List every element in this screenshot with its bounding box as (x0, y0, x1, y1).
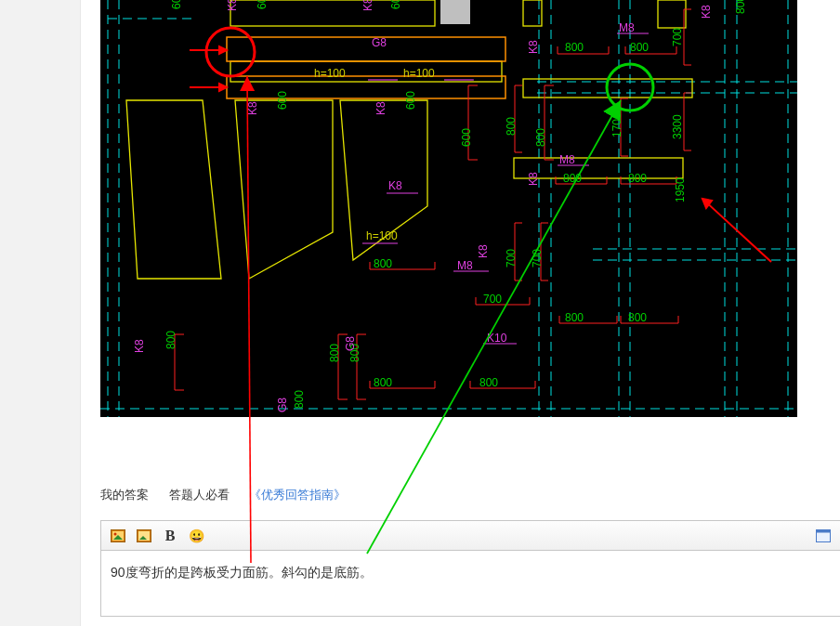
svg-text:600: 600 (276, 91, 289, 110)
answer-guide-link[interactable]: 《优秀回答指南》 (249, 487, 346, 503)
answer-header: 我的答案 答题人必看 《优秀回答指南》 (100, 487, 362, 503)
svg-point-95 (114, 532, 117, 535)
svg-text:800: 800 (328, 344, 341, 362)
svg-text:800: 800 (630, 41, 649, 54)
svg-rect-0 (100, 0, 797, 417)
svg-text:K8: K8 (133, 339, 146, 353)
svg-text:1950: 1950 (674, 177, 687, 202)
bold-button[interactable]: B (161, 527, 179, 545)
svg-text:800: 800 (164, 331, 177, 349)
svg-rect-16 (440, 0, 470, 24)
svg-text:G8: G8 (344, 336, 357, 351)
svg-text:800: 800 (565, 41, 584, 54)
svg-text:h=100: h=100 (314, 67, 346, 80)
svg-text:M8: M8 (457, 259, 473, 272)
svg-text:800: 800 (563, 172, 582, 185)
cad-svg: 600 800 600 600 600 600 600 800 800 700 … (100, 0, 797, 417)
svg-text:600: 600 (170, 0, 183, 9)
svg-text:h=100: h=100 (366, 229, 398, 242)
svg-text:600: 600 (460, 128, 473, 147)
svg-text:1700: 1700 (610, 112, 623, 137)
svg-text:K10: K10 (487, 332, 507, 345)
svg-text:800: 800 (505, 117, 518, 136)
image-icon (111, 529, 125, 542)
svg-text:h=100: h=100 (403, 67, 435, 80)
svg-text:800: 800 (293, 390, 306, 409)
insert-image2-button[interactable] (135, 527, 153, 545)
svg-text:800: 800 (374, 257, 392, 270)
svg-text:700: 700 (531, 249, 544, 267)
svg-text:K8: K8 (246, 101, 259, 115)
svg-rect-101 (817, 529, 831, 532)
svg-text:K8: K8 (361, 0, 374, 11)
fullscreen-icon (816, 529, 831, 542)
svg-text:800: 800 (374, 376, 392, 389)
emoji-button[interactable]: 😀 (187, 527, 205, 545)
svg-text:800: 800 (565, 311, 584, 324)
cad-drawing: 600 800 600 600 600 600 600 800 800 700 … (100, 0, 797, 417)
svg-text:M8: M8 (619, 21, 635, 34)
svg-text:800: 800 (734, 0, 747, 14)
main-panel: 600 800 600 600 600 600 600 800 800 700 … (80, 0, 840, 626)
must-read-label: 答题人必看 (169, 487, 230, 503)
my-answer-label: 我的答案 (100, 487, 149, 503)
svg-text:800: 800 (628, 311, 647, 324)
svg-text:800: 800 (628, 172, 647, 185)
svg-text:700: 700 (483, 293, 502, 306)
svg-text:K8: K8 (374, 101, 387, 115)
svg-text:3300: 3300 (671, 114, 684, 139)
svg-text:K8: K8 (477, 244, 490, 258)
svg-text:K8: K8 (226, 0, 239, 11)
image2-icon (137, 529, 151, 542)
fullscreen-button[interactable] (814, 527, 833, 545)
svg-text:K8: K8 (388, 179, 402, 192)
svg-text:600: 600 (389, 0, 402, 9)
svg-text:K8: K8 (527, 172, 540, 186)
svg-text:600: 600 (256, 0, 269, 9)
answer-editor: B 😀 90度弯折的是跨板受力面筋。斜勾的是底筋。 (100, 520, 840, 617)
editor-toolbar: B 😀 (101, 521, 840, 551)
svg-text:700: 700 (671, 28, 684, 46)
editor-textarea[interactable]: 90度弯折的是跨板受力面筋。斜勾的是底筋。 (101, 551, 840, 616)
svg-text:G8: G8 (372, 36, 387, 49)
svg-text:K8: K8 (700, 5, 713, 19)
svg-text:800: 800 (479, 376, 498, 389)
left-gutter (0, 0, 80, 626)
svg-text:800: 800 (534, 128, 547, 147)
svg-text:M8: M8 (559, 153, 575, 166)
insert-image-button[interactable] (109, 527, 127, 545)
svg-text:G8: G8 (276, 398, 289, 412)
svg-text:600: 600 (404, 91, 417, 110)
svg-text:700: 700 (505, 249, 518, 267)
svg-text:K8: K8 (527, 40, 540, 54)
